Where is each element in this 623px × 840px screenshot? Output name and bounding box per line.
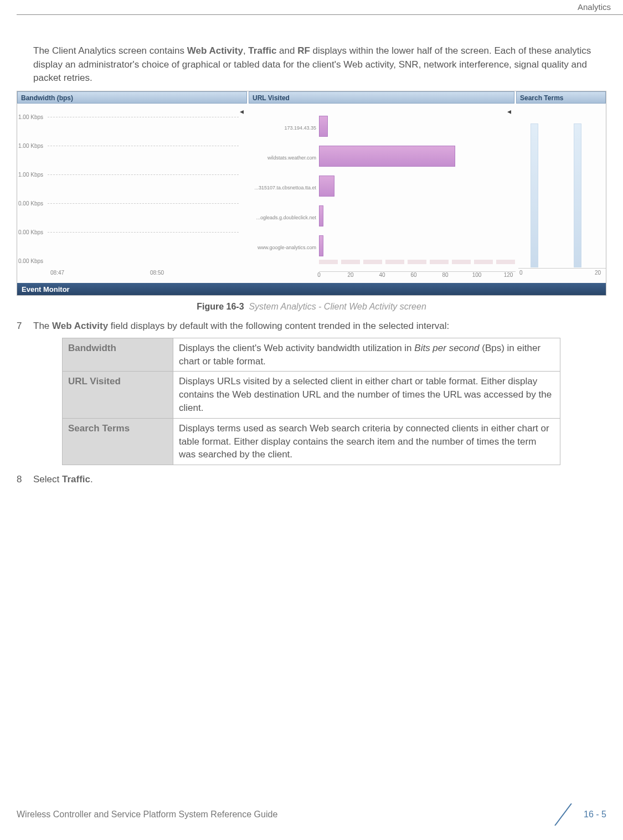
url-xtick: 40: [379, 271, 385, 280]
table-row: Bandwidth Displays the client's Web acti…: [63, 338, 560, 372]
intro-sep1: ,: [243, 45, 248, 56]
url-chart: 173.194.43.35 wildstats.weather.com ...3…: [250, 108, 516, 280]
footer-right: 16 - 5: [549, 803, 606, 826]
step7-post: field displays by default with the follo…: [108, 321, 449, 331]
url-category: wildstats.weather.com: [250, 154, 316, 162]
event-monitor-bar[interactable]: Event Monitor: [17, 283, 606, 295]
bw-gridline: [48, 117, 239, 117]
url-xtick: 80: [442, 271, 448, 280]
page-footer: Wireless Controller and Service Platform…: [17, 803, 606, 826]
step-8: 8 Select Traffic.: [17, 473, 606, 487]
step-number: 7: [17, 319, 33, 333]
def-desc-pre: Displays terms used as search Web search…: [179, 423, 549, 460]
def-desc-italic: Bits per second: [414, 343, 479, 353]
bw-gridline: [48, 146, 239, 146]
intro-term-web-activity: Web Activity: [187, 45, 243, 56]
step-7: 7 The Web Activity field displays by def…: [17, 319, 606, 333]
url-bar: [319, 176, 334, 197]
bw-gridline: [48, 174, 239, 175]
intro-sep2: and: [276, 45, 297, 56]
intro-term-rf: RF: [297, 45, 310, 56]
step8-term: Traffic: [62, 474, 90, 485]
panel-title-bandwidth: Bandwidth (bps): [17, 91, 247, 104]
intro-term-traffic: Traffic: [248, 45, 276, 56]
bw-ytick: 1.00 Kbps: [18, 142, 43, 151]
url-tickmarks: [319, 260, 516, 264]
bw-gridline: [48, 203, 239, 204]
def-desc: Displays the client's Web activity bandw…: [173, 338, 560, 372]
footer-left: Wireless Controller and Service Platform…: [17, 808, 277, 821]
step8-pre: Select: [33, 474, 62, 485]
url-bar: [319, 146, 455, 167]
url-category: ...315107.ta.cbsnettoa.tta.et: [250, 184, 316, 192]
url-xtick: 0: [317, 271, 321, 280]
step8-post: .: [90, 474, 93, 485]
step-text: Select Traffic.: [33, 473, 93, 487]
url-bar: [319, 235, 323, 256]
def-desc: Displays terms used as search Web search…: [173, 418, 560, 465]
step-number: 8: [17, 473, 33, 487]
page-number: 16 - 5: [584, 808, 606, 821]
panel-title-url: URL Visited: [249, 91, 514, 104]
step7-term: Web Activity: [52, 321, 108, 331]
url-category: ...ogleads.g.doubleclick.net: [250, 214, 316, 221]
st-bar: [531, 123, 538, 267]
url-xtick: 20: [347, 271, 353, 280]
def-label: Bandwidth: [63, 338, 173, 372]
collapse-icon[interactable]: ◂: [240, 106, 244, 117]
intro-pre: The Client Analytics screen contains: [33, 45, 187, 56]
header-rule: [17, 14, 623, 15]
def-desc-pre: Displays the client's Web activity bandw…: [179, 343, 414, 353]
st-xtick: 20: [595, 269, 601, 277]
url-bar: [319, 116, 328, 137]
url-xtick: 120: [504, 271, 513, 280]
def-label: Search Terms: [63, 418, 173, 465]
bandwidth-chart: 1.00 Kbps 1.00 Kbps 1.00 Kbps 0.00 Kbps …: [17, 108, 239, 280]
figure-description: System Analytics - Client Web Activity s…: [249, 302, 426, 311]
bw-xtick: 08:50: [150, 269, 164, 277]
def-desc-pre: Displays URLs visited by a selected clie…: [179, 376, 552, 413]
figure-caption: Figure 16-3 System Analytics - Client We…: [17, 300, 606, 313]
search-terms-chart: 0 20: [518, 108, 606, 280]
step7-pre: The: [33, 321, 52, 331]
bw-gridline: [48, 232, 239, 233]
url-xtick: 100: [472, 271, 482, 280]
def-label: URL Visited: [63, 372, 173, 418]
url-bar: [319, 205, 323, 226]
page-content: The Client Analytics screen contains Web…: [17, 44, 606, 491]
url-category: www.google-analytics.com: [250, 244, 316, 251]
bw-ytick: 0.00 Kbps: [18, 229, 43, 237]
def-desc: Displays URLs visited by a selected clie…: [173, 372, 560, 418]
svg-line-0: [555, 803, 571, 826]
st-xaxis: [518, 268, 606, 269]
st-bar: [574, 123, 581, 267]
url-xtick: 60: [410, 271, 416, 280]
screenshot-figure: Bandwidth (bps) URL Visited Search Terms…: [17, 91, 606, 296]
st-xtick: 0: [519, 269, 523, 277]
definitions-table: Bandwidth Displays the client's Web acti…: [62, 338, 560, 465]
header-section-label: Analytics: [578, 1, 611, 13]
figure-number: Figure 16-3: [197, 302, 244, 311]
table-row: URL Visited Displays URLs visited by a s…: [63, 372, 560, 418]
panel-title-search: Search Terms: [516, 91, 606, 104]
intro-paragraph: The Client Analytics screen contains Web…: [33, 44, 606, 85]
bw-ytick: 0.00 Kbps: [18, 200, 43, 208]
bw-ytick: 1.00 Kbps: [18, 114, 43, 122]
step-text: The Web Activity field displays by defau…: [33, 319, 449, 333]
footer-slash-icon: [549, 803, 577, 826]
bw-ytick: 0.00 Kbps: [18, 257, 43, 266]
url-category: 173.194.43.35: [250, 125, 316, 132]
bw-ytick: 1.00 Kbps: [18, 171, 43, 179]
bw-xtick: 08:47: [50, 269, 64, 277]
table-row: Search Terms Displays terms used as sear…: [63, 418, 560, 465]
